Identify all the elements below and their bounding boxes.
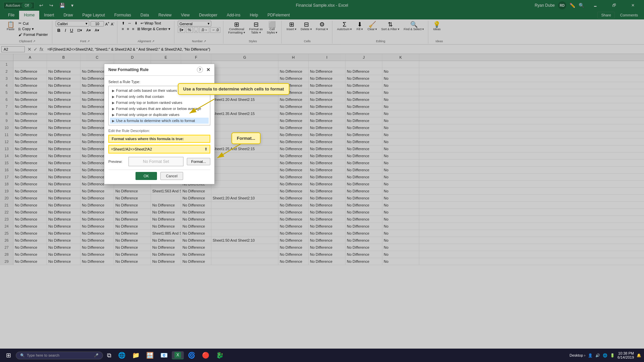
desktop-label[interactable]: Desktop › [570, 353, 585, 357]
cell[interactable]: No [382, 68, 419, 75]
cell[interactable]: No Difference [309, 153, 345, 159]
cell[interactable]: No Difference [345, 195, 382, 201]
cell[interactable]: No [382, 153, 419, 159]
cell[interactable]: No Difference [309, 223, 345, 230]
cell[interactable]: No Difference [181, 202, 211, 208]
cell[interactable]: No Difference [181, 244, 211, 251]
comments-button[interactable]: Comments [618, 12, 641, 18]
cell[interactable]: No Difference [309, 160, 345, 166]
cell[interactable]: No Difference [47, 258, 80, 265]
tab-view[interactable]: View [176, 11, 195, 19]
ideas-button[interactable]: 💡 Ideas [432, 21, 442, 32]
cell[interactable]: No Difference [309, 216, 345, 223]
cell[interactable]: No Difference [47, 75, 80, 82]
cell[interactable]: No Difference [345, 68, 382, 75]
minimize-button[interactable]: 🗕 [588, 0, 603, 11]
cell[interactable]: No Difference [13, 103, 47, 110]
cut-button[interactable]: ✂Cut [17, 21, 49, 26]
cell[interactable]: No Difference [114, 202, 151, 208]
cell[interactable]: No [382, 138, 419, 145]
cell[interactable]: No Difference [309, 75, 345, 82]
cell[interactable]: No [382, 237, 419, 244]
cell[interactable]: Sheet1:35 And Sheet2:15 [211, 110, 278, 117]
cell[interactable]: No Difference [345, 251, 382, 258]
cell[interactable]: Sheet1:563 And Sheet2:292 [151, 188, 181, 194]
cell[interactable]: No [382, 244, 419, 251]
cell[interactable]: No Difference [309, 202, 345, 208]
cell[interactable]: No Difference [13, 223, 47, 230]
cell[interactable] [211, 251, 278, 258]
cell[interactable]: No Difference [181, 195, 211, 201]
cell[interactable]: No Difference [114, 230, 151, 237]
cell[interactable]: No Difference [13, 138, 47, 145]
font-shrink-icon[interactable]: A- [111, 21, 114, 26]
cell[interactable]: No Difference [13, 110, 47, 117]
cell[interactable] [211, 124, 278, 131]
align-center-button[interactable]: ≡ [126, 26, 130, 32]
dialog-help-button[interactable]: ? [197, 67, 203, 73]
battery-icon[interactable]: 🔋 [610, 353, 615, 358]
cell[interactable] [47, 61, 80, 68]
undo-icon[interactable]: ↩ [37, 2, 45, 9]
cell[interactable]: No Difference [345, 216, 382, 223]
cell[interactable]: No Difference [47, 131, 80, 138]
cell[interactable]: No Difference [151, 209, 181, 216]
cell[interactable]: No Difference [13, 188, 47, 194]
cell[interactable]: No Difference [47, 110, 80, 117]
cell[interactable]: No [382, 251, 419, 258]
cell[interactable]: No [382, 188, 419, 194]
cell[interactable]: No Difference [114, 223, 151, 230]
cell[interactable]: No Difference [47, 181, 80, 187]
cell[interactable]: No Difference [80, 195, 114, 201]
pen-icon[interactable]: ✏️ [570, 3, 575, 8]
cell[interactable] [211, 167, 278, 173]
cell[interactable] [211, 223, 278, 230]
cell[interactable]: No Difference [13, 89, 47, 96]
cell[interactable] [211, 68, 278, 75]
cell[interactable]: No Difference [309, 174, 345, 180]
cell[interactable]: No Difference [114, 195, 151, 201]
cell[interactable]: No Difference [13, 181, 47, 187]
cell[interactable]: No Difference [13, 117, 47, 124]
collapse-formula-icon[interactable]: ⬆ [202, 145, 210, 153]
speaker-icon[interactable]: 🔊 [595, 353, 600, 358]
cell[interactable]: No [382, 167, 419, 173]
cell[interactable]: No [382, 174, 419, 180]
cell[interactable] [211, 153, 278, 159]
tab-addins[interactable]: Add-ins [222, 11, 245, 19]
cell[interactable] [13, 61, 47, 68]
cell[interactable]: No Difference [181, 216, 211, 223]
cell[interactable]: No [382, 209, 419, 216]
cell[interactable]: No Difference [80, 244, 114, 251]
microphone-icon[interactable]: 🎤 [94, 353, 99, 358]
cell[interactable]: No Difference [13, 230, 47, 237]
align-left-button[interactable]: ≡ [121, 26, 125, 32]
cell[interactable]: No Difference [47, 195, 80, 201]
cell[interactable] [211, 103, 278, 110]
cell[interactable]: No Difference [278, 230, 309, 237]
cell[interactable]: No Difference [181, 209, 211, 216]
font-size-input[interactable]: 10 [91, 21, 104, 26]
cell[interactable]: No Difference [47, 244, 80, 251]
percent-button[interactable]: % [186, 27, 193, 33]
cell[interactable]: No Difference [151, 216, 181, 223]
cell[interactable]: No Difference [278, 138, 309, 145]
restore-button[interactable]: 🗗 [606, 0, 622, 11]
cell[interactable]: No Difference [13, 160, 47, 166]
cell[interactable]: No [382, 195, 419, 201]
cell[interactable]: No Difference [47, 216, 80, 223]
cell[interactable]: No Difference [309, 68, 345, 75]
cancel-button[interactable]: Cancel [160, 172, 183, 180]
cell[interactable]: No Difference [47, 82, 80, 89]
cell[interactable]: No Difference [278, 174, 309, 180]
cell[interactable]: No Difference [181, 223, 211, 230]
cell[interactable]: No Difference [151, 244, 181, 251]
taskbar-excel[interactable]: X [172, 351, 184, 359]
cell[interactable]: No [382, 223, 419, 230]
cell[interactable]: No Difference [80, 230, 114, 237]
cell[interactable] [211, 75, 278, 82]
cell[interactable]: No Difference [80, 237, 114, 244]
underline-button[interactable]: U [69, 27, 74, 33]
align-middle-button[interactable]: ↔ [127, 21, 132, 26]
cell[interactable]: No Difference [309, 167, 345, 173]
